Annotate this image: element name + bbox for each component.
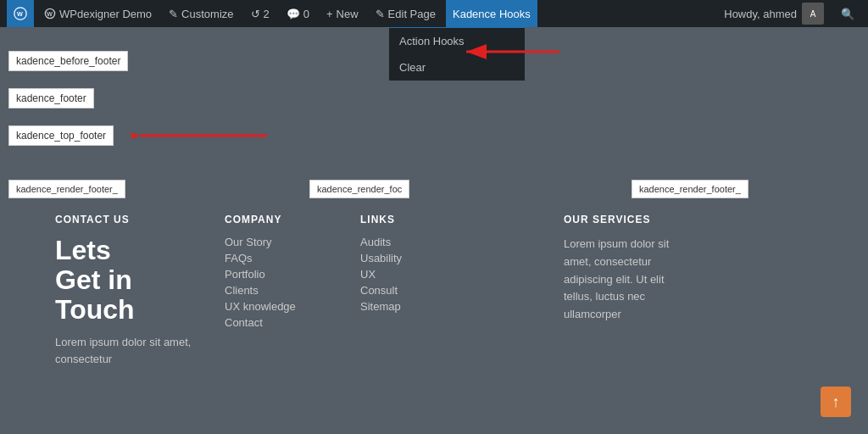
company-link-4[interactable]: UX knowledge [225,300,335,313]
company-title: COMPANY [225,214,335,225]
link-3[interactable]: Consult [360,284,437,297]
contact-us-col: CONTACT US LetsGet inTouch Lorem ipsum d… [42,214,212,369]
edit-page-link[interactable]: ✎ Edit Page [369,0,442,27]
link-1[interactable]: Usability [360,252,437,264]
links-col: LINKS Audits Usability UX Consult Sitema… [348,214,449,369]
comments-link[interactable]: 💬 0 [280,0,316,27]
site-name[interactable]: W WPdexigner Demo [37,0,159,27]
company-link-2[interactable]: Portfolio [225,268,335,281]
customize-icon: ✎ [169,8,178,20]
company-link-0[interactable]: Our Story [225,236,335,248]
top-footer-hook: kadence_top_footer [8,125,114,146]
page-content: kadence_before_footer kadence_footer kad… [0,27,868,434]
link-4[interactable]: Sitemap [360,300,437,313]
scroll-up-button[interactable]: ↑ [821,387,851,417]
our-services-col: OUR SERVICES Lorem ipsum dolor sit amet,… [551,214,687,369]
our-services-text: Lorem ipsum dolor sit amet, consectetur … [564,236,674,324]
contact-us-title: CONTACT US [55,214,199,225]
render-footer-hook-3: kadence_render_footer_ [632,180,748,198]
render-footer-hook-2: kadence_render_foc [309,180,409,198]
contact-text: Lorem ipsum dolor sit amet, consectetur [55,334,199,370]
comments-icon: 💬 [287,8,300,20]
company-link-1[interactable]: FAQs [225,252,335,264]
revisions-link[interactable]: ↺ 2 [244,0,276,27]
plus-icon: + [326,8,333,20]
before-footer-hook: kadence_before_footer [8,51,128,71]
arrow-to-top-footer [131,119,275,153]
company-link-5[interactable]: Contact [225,316,335,329]
link-0[interactable]: Audits [360,236,437,248]
avatar: A [802,3,824,25]
footer-area: kadence_render_footer_ kadence_render_fo… [0,163,868,434]
render-footer-hook-1: kadence_render_footer_ [8,180,125,198]
search-icon[interactable]: 🔍 [834,8,861,20]
user-menu[interactable]: Howdy, ahmed A [717,3,831,25]
contact-heading: LetsGet inTouch [55,236,199,326]
our-services-title: OUR SERVICES [564,214,674,225]
links-title: LINKS [360,214,437,225]
edit-icon: ✎ [376,8,385,20]
customize-link[interactable]: ✎ Customize [162,0,240,27]
admin-bar: W W WPdexigner Demo ✎ Customize ↺ 2 💬 0 … [0,0,868,27]
company-link-3[interactable]: Clients [225,284,335,297]
arrow-to-dropdown [458,31,568,73]
wp-logo[interactable]: W [7,0,34,27]
kadence-hooks-menu[interactable]: Kadence Hooks [446,0,537,27]
revisions-icon: ↺ [251,8,260,20]
company-col: COMPANY Our Story FAQs Portfolio Clients… [212,214,348,369]
spacer-col [449,214,551,369]
svg-text:W: W [17,10,23,18]
link-2[interactable]: UX [360,268,437,281]
footer-hook: kadence_footer [8,88,94,108]
new-link[interactable]: + New [320,0,365,27]
svg-text:W: W [47,11,53,17]
